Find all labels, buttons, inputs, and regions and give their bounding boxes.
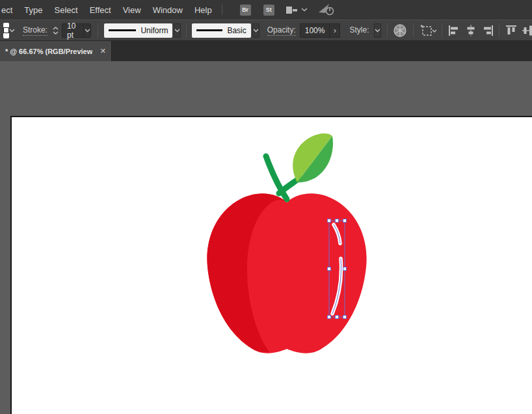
menu-window[interactable]: Window [147,5,189,15]
gpu-performance-button[interactable] [318,3,335,16]
brush-expand[interactable] [252,23,259,38]
document-tab-bar: * @ 66.67% (RGB/Preview) ✕ [0,41,532,61]
opacity-value[interactable]: 100% [300,26,330,35]
horizontal-align-center-icon [465,25,477,36]
separator [442,23,442,38]
width-profile-expand[interactable] [174,23,181,38]
stroke-weight-value[interactable]: 10 pt [62,21,83,40]
chevron-down-icon [53,31,59,34]
menu-select[interactable]: Select [49,5,84,15]
width-profile-value: Uniform [140,26,168,35]
align-top-button[interactable] [505,25,517,36]
recolor-artwork-button[interactable] [393,23,407,38]
menu-separator [222,5,222,15]
fill-color-dropdown[interactable] [9,23,15,38]
control-bar: Stroke: 10 pt Uniform Basic [0,20,532,41]
menu-help[interactable]: Help [189,5,218,15]
stroke-weight-dropdown[interactable] [83,24,90,37]
fill-color-swatch[interactable] [3,23,9,38]
brush-value: Basic [227,26,246,35]
handle-top-center [336,219,339,223]
document-tab[interactable]: * @ 66.67% (RGB/Preview) ✕ [0,41,112,61]
handle-top-left [328,219,331,223]
chevron-down-icon [301,8,308,12]
brush-preview [196,29,222,31]
menu-bar: ect Type Select Effect View Window Help … [0,0,532,20]
align-center-button[interactable] [465,25,477,36]
menu-object-partial[interactable]: ect [0,5,18,15]
bridge-icon[interactable]: Br [240,5,251,16]
workspace-switcher[interactable] [286,6,308,14]
rocket-power-icon [318,3,335,16]
handle-bottom-right [343,316,347,319]
separator [186,23,187,38]
color-wheel-icon [393,23,407,38]
width-profile-preview [109,29,136,31]
chevron-down-icon [174,29,180,33]
separator [387,23,388,38]
separator [98,23,98,38]
align-left-button[interactable] [448,25,460,36]
opacity-label[interactable]: Opacity: [267,25,296,36]
brush-definition-dropdown[interactable]: Basic [192,23,250,38]
chevron-down-icon [375,29,380,33]
transform-options-button[interactable] [419,24,438,37]
artboard[interactable] [10,116,532,414]
stroke-weight-stepper[interactable] [53,27,59,34]
handle-bottom-center [336,316,339,319]
handle-mid-right [343,268,347,271]
stroke-label[interactable]: Stroke: [23,25,47,36]
opacity-expand[interactable]: › [329,24,339,37]
graphic-style-expand[interactable] [374,23,381,38]
horizontal-align-right-icon [482,25,494,36]
chevron-down-icon [85,29,90,33]
chevron-up-icon [53,27,59,30]
menu-effect[interactable]: Effect [84,5,117,15]
close-icon[interactable]: ✕ [100,47,106,55]
horizontal-align-left-icon [448,25,460,36]
variable-width-profile-dropdown[interactable]: Uniform [104,23,172,38]
transform-bounding-box-icon [419,24,438,37]
handle-mid-left [328,268,331,271]
menu-type[interactable]: Type [18,5,48,15]
stock-icon[interactable]: St [263,5,274,16]
vertical-align-top-icon [505,25,517,36]
document-tab-label: * @ 66.67% (RGB/Preview) [5,48,92,55]
distribute-center-button[interactable] [522,25,532,36]
fill-color-inner-square [3,27,9,33]
separator [499,23,499,38]
style-label: Style: [349,25,369,35]
chevron-down-icon [9,29,15,33]
stroke-weight-field[interactable]: 10 pt [62,23,91,38]
align-right-button[interactable] [482,25,494,36]
canvas-area[interactable] [0,61,532,414]
handle-top-right [343,219,347,223]
chevron-down-icon [253,29,259,33]
menu-view[interactable]: View [117,5,147,15]
workspace-layout-icon [286,6,297,14]
vertical-distribute-center-icon [522,25,532,36]
handle-bottom-left [328,316,331,319]
opacity-field[interactable]: 100% › [300,23,341,38]
separator [413,23,414,38]
apple-artwork[interactable] [10,116,532,414]
